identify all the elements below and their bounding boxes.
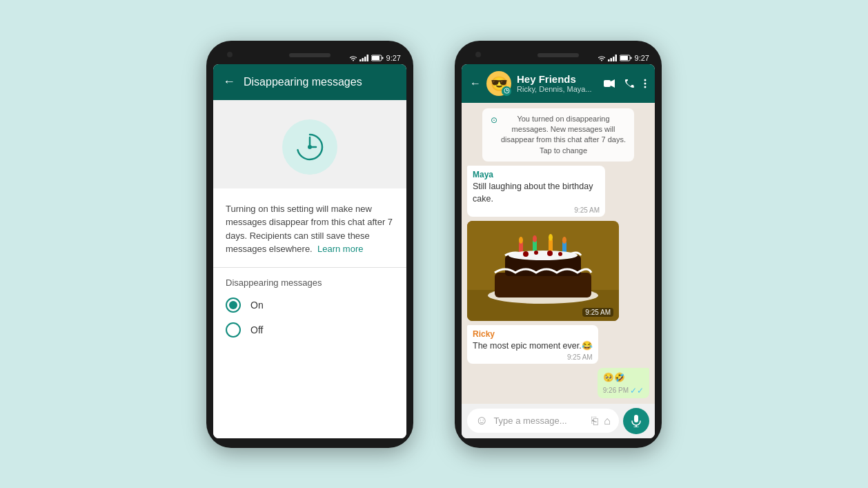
chat-input-placeholder: Type a message... bbox=[493, 416, 586, 426]
svg-point-39 bbox=[509, 251, 578, 260]
phone-speaker-right bbox=[537, 53, 579, 57]
chat-members: Ricky, Dennis, Maya... bbox=[517, 85, 598, 93]
chat-back-button[interactable]: ← bbox=[470, 77, 481, 90]
svg-rect-12 bbox=[610, 58, 612, 61]
svg-point-38 bbox=[562, 237, 566, 244]
radio-on-label: On bbox=[250, 300, 264, 311]
message-text-outgoing: 🥺🤣 bbox=[603, 372, 644, 384]
svg-rect-13 bbox=[613, 57, 615, 61]
chat-actions bbox=[604, 79, 647, 88]
svg-rect-44 bbox=[634, 415, 638, 422]
status-time-right: 9:27 bbox=[635, 54, 649, 62]
notification-icon: ⊙ bbox=[491, 115, 497, 126]
left-phone: 9:27 ← Disappearing messages bbox=[206, 41, 413, 448]
timer-icon bbox=[293, 130, 326, 164]
left-phone-screen: ← Disappearing messages Tu bbox=[213, 64, 406, 438]
chat-input-bar: ☺ Type a message... ⎗ ⌂ bbox=[462, 404, 655, 438]
chat-body: ⊙ You turned on disappearing messages. N… bbox=[462, 103, 655, 404]
chat-header: ← 😎 Hey Friends Ricky, Dennis, Maya... bbox=[462, 64, 655, 103]
status-bar-right: 9:27 bbox=[462, 50, 655, 64]
icon-section bbox=[213, 100, 406, 188]
svg-point-24 bbox=[644, 82, 647, 84]
right-phone-screen: ← 😎 Hey Friends Ricky, Dennis, Maya... bbox=[462, 64, 655, 438]
message-time-outgoing: 9:26 PM ✓✓ bbox=[603, 386, 644, 396]
emoji-button[interactable]: ☺ bbox=[475, 413, 488, 428]
right-phone: 9:27 ← 😎 Hey Friends Ricky, Dennis, Maya… bbox=[455, 41, 662, 448]
svg-rect-0 bbox=[359, 59, 362, 61]
description-text: Turning on this setting will make new me… bbox=[226, 204, 393, 255]
status-time-left: 9:27 bbox=[386, 54, 401, 62]
back-button-left[interactable]: ← bbox=[223, 75, 235, 89]
phone-camera-right bbox=[475, 52, 481, 57]
cake-image bbox=[467, 221, 619, 320]
svg-marker-22 bbox=[611, 79, 615, 88]
svg-point-41 bbox=[534, 251, 538, 255]
cake-svg bbox=[467, 221, 619, 320]
status-bar-left: 9:27 bbox=[213, 50, 406, 64]
svg-rect-5 bbox=[372, 56, 379, 60]
camera-icon[interactable]: ⌂ bbox=[604, 415, 611, 427]
svg-rect-29 bbox=[495, 273, 591, 297]
image-time: 9:25 AM bbox=[582, 308, 613, 317]
message-maya: Maya Still laughing about the birthday c… bbox=[467, 166, 605, 217]
system-notification[interactable]: ⊙ You turned on disappearing messages. N… bbox=[482, 108, 634, 162]
radio-on-inner bbox=[229, 301, 237, 309]
settings-label: Disappearing messages bbox=[226, 277, 394, 288]
svg-rect-3 bbox=[366, 55, 368, 61]
svg-rect-14 bbox=[615, 55, 617, 61]
radio-on-circle[interactable] bbox=[226, 297, 241, 313]
message-time-maya: 9:25 AM bbox=[473, 206, 600, 214]
chat-input-container: ☺ Type a message... ⎗ ⌂ bbox=[467, 409, 619, 433]
message-ricky: Ricky The most epic moment ever.😂 9:25 A… bbox=[467, 325, 598, 364]
svg-point-42 bbox=[547, 251, 553, 256]
timer-badge-icon bbox=[504, 88, 510, 94]
chat-info: Hey Friends Ricky, Dennis, Maya... bbox=[517, 73, 598, 93]
disappearing-content: Turning on this setting will make new me… bbox=[213, 100, 406, 438]
svg-rect-16 bbox=[620, 56, 628, 60]
radio-on[interactable]: On bbox=[226, 297, 394, 313]
status-icons-right bbox=[598, 55, 632, 61]
svg-point-36 bbox=[533, 235, 537, 242]
attachment-icon[interactable]: ⎗ bbox=[591, 415, 598, 427]
phone-camera bbox=[227, 52, 233, 57]
svg-point-23 bbox=[644, 79, 647, 81]
radio-off[interactable]: Off bbox=[226, 322, 394, 338]
svg-point-35 bbox=[519, 237, 523, 244]
battery-icon bbox=[371, 55, 384, 61]
mic-icon bbox=[631, 415, 641, 427]
message-sender-ricky: Ricky bbox=[473, 329, 593, 339]
phone-call-icon[interactable] bbox=[624, 79, 634, 88]
chat-name: Hey Friends bbox=[517, 73, 598, 85]
signal-icon-right bbox=[608, 55, 618, 61]
image-bubble: 9:25 AM bbox=[467, 221, 619, 320]
svg-point-40 bbox=[523, 251, 529, 257]
status-icons-left bbox=[349, 55, 384, 61]
battery-icon-right bbox=[620, 55, 632, 61]
mic-button[interactable] bbox=[623, 408, 649, 434]
disappearing-badge bbox=[502, 86, 511, 96]
message-sender-maya: Maya bbox=[473, 170, 600, 179]
timer-circle bbox=[282, 119, 337, 175]
message-time-ricky: 9:25 AM bbox=[473, 353, 593, 361]
signal-icon bbox=[359, 55, 369, 61]
svg-rect-6 bbox=[382, 57, 383, 59]
svg-rect-21 bbox=[604, 80, 611, 87]
disappearing-header: ← Disappearing messages bbox=[213, 64, 406, 100]
chat-avatar: 😎 bbox=[486, 71, 511, 96]
svg-point-43 bbox=[558, 252, 562, 256]
svg-point-25 bbox=[644, 86, 647, 88]
description-section: Turning on this setting will make new me… bbox=[213, 188, 406, 268]
more-options-icon[interactable] bbox=[644, 79, 647, 88]
svg-point-37 bbox=[549, 234, 553, 241]
message-text-ricky: The most epic moment ever.😂 bbox=[473, 340, 593, 353]
message-text-maya: Still laughing about the birthday cake. bbox=[473, 181, 600, 205]
svg-rect-1 bbox=[362, 58, 364, 61]
svg-rect-2 bbox=[364, 57, 366, 61]
radio-off-circle[interactable] bbox=[226, 322, 241, 338]
message-outgoing: 🥺🤣 9:26 PM ✓✓ bbox=[598, 368, 649, 398]
video-call-icon[interactable] bbox=[604, 79, 615, 88]
svg-rect-11 bbox=[608, 59, 610, 61]
disappearing-title: Disappearing messages bbox=[244, 76, 362, 88]
phone-speaker bbox=[289, 53, 331, 57]
learn-more-link[interactable]: Learn more bbox=[317, 244, 363, 254]
